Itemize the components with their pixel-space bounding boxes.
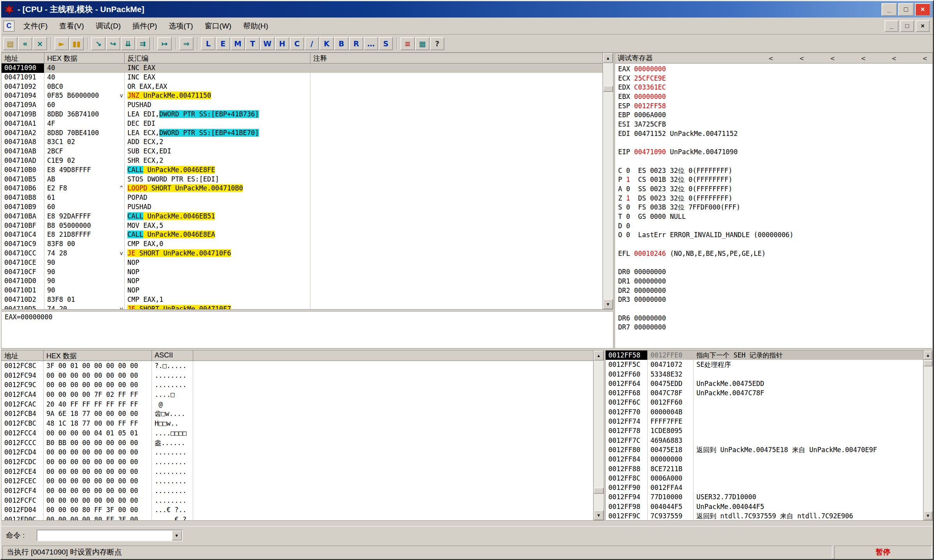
toolbar-threads-button[interactable]: T <box>245 37 260 50</box>
toolbar-patches-button[interactable]: / <box>305 37 319 50</box>
disasm-row[interactable]: 0047109040INC EAX <box>2 63 603 73</box>
toolbar-cpu-button[interactable]: C <box>290 37 304 50</box>
toolbar-run-trace-button[interactable]: … <box>364 37 378 50</box>
register-line[interactable]: EBP 0006A000 <box>615 111 932 120</box>
disasm-row[interactable]: 004710BFB8 05000000MOV EAX,5 <box>2 221 603 231</box>
scroll-down-icon[interactable]: ▼ <box>594 510 604 520</box>
command-combobox[interactable]: ▼ <box>37 530 183 541</box>
scroll-thumb[interactable] <box>923 360 932 366</box>
stack-row[interactable]: 0012FF6400475EDDUnPackMe.00475EDD <box>606 379 923 388</box>
disasm-row[interactable]: 004710D574 20vJE SHORT UnPackMe.004710F7 <box>2 305 603 309</box>
dump-row[interactable]: 0012FCCCB0 BB 00 00 00 00 00 00盎...... <box>2 438 593 448</box>
register-line[interactable]: ESI 3A725CFB <box>615 120 932 129</box>
toolbar-references-button[interactable]: R <box>349 37 363 50</box>
scroll-up-icon[interactable]: ▲ <box>923 350 932 360</box>
stack-row[interactable]: 0012FF6053348E32 <box>606 370 923 379</box>
toolbar-close-window-button[interactable]: × <box>33 37 47 50</box>
disasm-row[interactable]: 004710AB2BCFSUB ECX,EDI <box>2 147 603 156</box>
dump-row[interactable]: 0012FC8C3F 00 01 00 00 00 00 00?.□..... <box>2 361 593 371</box>
dump-row[interactable]: 0012FD0400 00 00 80 FF 3F 00 00...€ ?.. <box>2 505 593 515</box>
disasm-row[interactable]: 004710A14FDEC EDI <box>2 119 603 129</box>
stack-row[interactable]: 0012FF580012FFE0指向下一个 SEH 记录的指针 <box>606 350 923 360</box>
menu-item[interactable]: 窗口(W) <box>199 19 238 33</box>
mdi-restore-button[interactable]: □ <box>900 20 914 32</box>
scroll-track[interactable] <box>923 360 932 511</box>
dump-row[interactable]: 0012FCAC20 40 FF FF FF FF FF FF @ <box>2 400 593 409</box>
dump-row[interactable]: 0012FCA400 00 00 00 7F 02 FF FF....□ <box>2 390 593 400</box>
dump-row[interactable]: 0012FCF400 00 00 00 00 00 00 00........ <box>2 486 593 496</box>
scroll-up-icon[interactable]: ▲ <box>594 350 604 361</box>
dump-header-hex[interactable]: HEX 数据 <box>44 350 152 361</box>
toolbar-help-button[interactable]: ? <box>430 37 444 50</box>
stack-row[interactable]: 0012FF9C7C937559返回到 ntdll.7C937559 来自 nt… <box>606 511 923 520</box>
register-line[interactable]: DR6 00000000 <box>615 314 932 323</box>
disasm-row[interactable]: 004710D090NOP <box>2 276 603 286</box>
disasm-row[interactable]: 004710940F85 B6000000vJNZ UnPackMe.00471… <box>2 91 603 100</box>
maximize-button[interactable]: □ <box>898 3 914 16</box>
dump-row[interactable]: 0012FCE400 00 00 00 00 00 00 00........ <box>2 467 593 477</box>
minimize-button[interactable]: _ <box>881 3 897 16</box>
dropdown-arrow-icon[interactable]: ▼ <box>172 530 182 541</box>
register-line[interactable]: EAX 00000000 <box>615 65 932 74</box>
toolbar-windows-list-button[interactable]: W <box>260 37 275 50</box>
register-line[interactable]: P 1 CS 001B 32位 0(FFFFFFFF) <box>615 175 932 185</box>
stack-row[interactable]: 0012FF7C469A6883 <box>606 436 923 445</box>
disasm-row[interactable]: 004710CF90NOP <box>2 268 603 277</box>
cpu-window-icon[interactable]: C <box>4 21 14 32</box>
stack-row[interactable]: 0012FF680047C78FUnPackMe.0047C78F <box>606 388 923 398</box>
register-line[interactable]: DR2 00000000 <box>615 286 932 296</box>
close-button[interactable]: × <box>915 3 930 16</box>
register-line[interactable]: DR0 00000000 <box>615 268 932 277</box>
dump-row[interactable]: 0012FC9C00 00 00 00 00 00 00 00........ <box>2 380 593 390</box>
dump-header-ascii[interactable]: ASCII <box>152 350 193 361</box>
register-line[interactable]: DR1 00000000 <box>615 277 932 286</box>
disasm-row[interactable]: 004710B861POPAD <box>2 193 603 203</box>
toolbar-step-into-button[interactable]: ↘ <box>91 37 106 50</box>
stack-row[interactable]: 0012FF700000004B <box>606 407 923 417</box>
register-line[interactable]: S 0 FS 003B 32位 7FFDF000(FFF) <box>615 203 932 212</box>
register-line[interactable]: EBX 00000000 <box>615 92 932 102</box>
dump-row[interactable]: 0012FCD400 00 00 00 00 00 00 00........ <box>2 447 593 457</box>
toolbar-run-button[interactable]: ► <box>55 37 69 50</box>
toolbar-animate-over-button[interactable]: ⇉ <box>136 37 150 50</box>
scroll-track[interactable] <box>603 63 613 299</box>
dump-row[interactable]: 0012FD0C00 00 00 00 80 FF 3F 00.... € ? <box>2 515 593 520</box>
disasm-row[interactable]: 004710920BC0OR EAX,EAX <box>2 82 603 92</box>
menu-item[interactable]: 调试(D) <box>90 19 127 33</box>
register-line[interactable]: O 0 LastErr ERROR_INVALID_HANDLE (000000… <box>615 231 932 240</box>
register-line[interactable]: EIP 00471090 UnPackMe.00471090 <box>615 148 932 157</box>
header-hex[interactable]: HEX 数据 <box>44 53 125 63</box>
stack-row[interactable]: 0012FF900012FFA4 <box>606 483 923 492</box>
dump-row[interactable]: 0012FCEC00 00 00 00 00 00 00 00........ <box>2 476 593 486</box>
register-line[interactable] <box>615 305 932 314</box>
disasm-row[interactable]: 004710A883C1 02ADD ECX,2 <box>2 137 603 147</box>
stack-row[interactable]: 0012FF888CE7211B <box>606 464 923 474</box>
register-line[interactable]: EDX C03361EC <box>615 83 932 92</box>
register-line[interactable]: EDI 00471152 UnPackMe.00471152 <box>615 129 932 139</box>
disasm-row[interactable]: 004710ADC1E9 02SHR ECX,2 <box>2 156 603 166</box>
scroll-thumb[interactable] <box>603 86 613 92</box>
mdi-minimize-button[interactable]: _ <box>885 20 899 32</box>
toolbar-options-button[interactable]: ≡ <box>400 37 415 50</box>
toolbar-log-button[interactable]: L <box>201 37 215 50</box>
dump-row[interactable]: 0012FCFC00 00 00 00 00 00 00 00........ <box>2 496 593 505</box>
menu-item[interactable]: 插件(P) <box>127 19 163 33</box>
disasm-row[interactable]: 004710BAE8 92DAFFFFCALL UnPackMe.0046EB5… <box>2 212 603 221</box>
disasm-row[interactable]: 004710C4E8 21D8FFFFCALL UnPackMe.0046E8E… <box>2 230 603 239</box>
scroll-down-icon[interactable]: ▼ <box>923 511 932 520</box>
toolbar-step-over-button[interactable]: ↪ <box>106 37 120 50</box>
header-address[interactable]: 地址 <box>2 53 44 63</box>
toolbar-call-stack-button[interactable]: K <box>319 37 334 50</box>
menu-item[interactable]: 文件(F) <box>18 19 53 33</box>
register-line[interactable] <box>615 157 932 166</box>
register-line[interactable] <box>615 240 932 249</box>
disasm-row[interactable]: 004710CC74 28vJE SHORT UnPackMe.004710F6 <box>2 249 603 258</box>
scroll-down-icon[interactable]: ▼ <box>603 299 613 309</box>
dump-header-address[interactable]: 地址 <box>2 350 44 361</box>
disasm-row[interactable]: 004710C983F8 00CMP EAX,0 <box>2 239 603 249</box>
register-line[interactable]: DR3 00000000 <box>615 295 932 305</box>
dump-row[interactable]: 0012FC9400 00 00 00 00 00 00 00........ <box>2 371 593 380</box>
stack-row[interactable]: 0012FF5C00471072SE处理程序 <box>606 360 923 369</box>
register-line[interactable]: EFL 00010246 (NO,NB,E,BE,NS,PE,GE,LE) <box>615 249 932 259</box>
disasm-row[interactable]: 0047109A60PUSHAD <box>2 100 603 110</box>
